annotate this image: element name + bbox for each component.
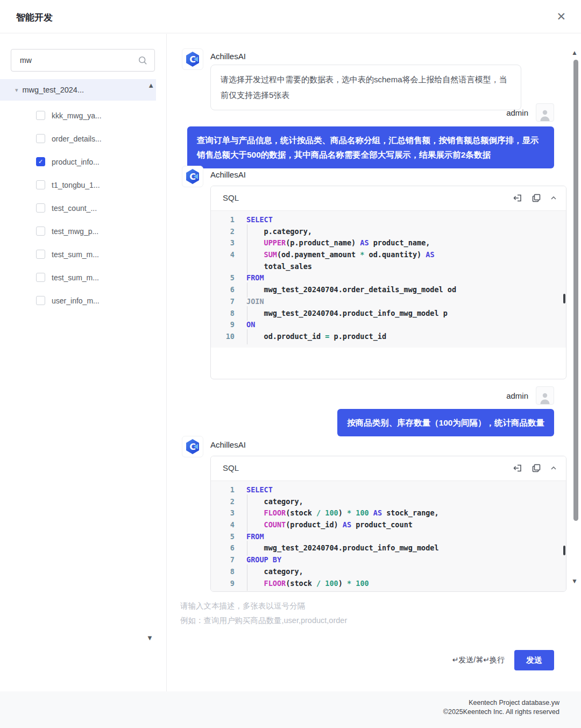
line-number: 8 bbox=[211, 308, 235, 320]
sidebar-item-table[interactable]: test_sum_m... bbox=[0, 243, 156, 266]
code-line: 1SELECT bbox=[211, 214, 566, 226]
chevron-down-icon[interactable]: ▾ bbox=[15, 87, 18, 94]
close-icon[interactable]: ✕ bbox=[556, 10, 566, 24]
page-footer: Keentech Project database.yw ©2025Keente… bbox=[0, 691, 581, 728]
scroll-up-icon[interactable]: ▲ bbox=[147, 81, 154, 89]
collapse-icon[interactable] bbox=[550, 464, 557, 472]
code-line: 7JOIN bbox=[211, 296, 566, 308]
collapse-icon[interactable] bbox=[550, 194, 557, 202]
line-number: 7 bbox=[211, 296, 235, 308]
code-line: 10 od.product_id = p.product_id bbox=[211, 331, 566, 343]
code-line: 1SELECT bbox=[211, 484, 566, 496]
code-line: 6 mwg_test_20240704.order_details_mwg_mo… bbox=[211, 284, 566, 296]
sidebar-item-table[interactable]: test_mwg_p... bbox=[0, 220, 156, 243]
scroll-up-icon[interactable]: ▲ bbox=[571, 49, 578, 56]
checkbox-unchecked[interactable] bbox=[36, 296, 45, 305]
chat-panel: C AchillesAI 请选择开发过程中需要的数据表，选中表的schema将会… bbox=[167, 34, 581, 691]
code-line: 5FROM bbox=[211, 272, 566, 284]
code-scrollbar-thumb[interactable] bbox=[563, 546, 565, 555]
search-input[interactable] bbox=[20, 50, 133, 71]
sidebar-item-table[interactable]: kkk_mwg_ya... bbox=[0, 104, 156, 127]
sql-card-header: SQL bbox=[211, 456, 566, 481]
send-row: ↵发送/⌘↵换行 发送 bbox=[452, 650, 554, 670]
table-name: user_info_m... bbox=[52, 296, 100, 305]
checkbox-unchecked[interactable] bbox=[36, 203, 45, 213]
line-number: 7 bbox=[211, 554, 235, 566]
code-line: 9 FLOOR(stock / 100) * 100 bbox=[211, 578, 566, 590]
dialog-header: 智能开发 ✕ bbox=[0, 0, 581, 33]
footer-project: Keentech Project database.yw bbox=[443, 698, 559, 708]
sql-card: SQL 1SELECT2 category,3 FLOOR(stock / 10… bbox=[210, 456, 566, 592]
message-input[interactable] bbox=[180, 599, 557, 635]
ai-message: 请选择开发过程中需要的数据表，选中表的schema将会上报给自然语言模型，当前仅… bbox=[210, 65, 521, 110]
code-editor[interactable]: 1SELECT2 p.category,3 UPPER(p.product_na… bbox=[211, 211, 566, 348]
table-name: test_sum_m... bbox=[52, 273, 99, 282]
scroll-down-icon[interactable]: ▼ bbox=[146, 634, 153, 642]
copy-icon[interactable] bbox=[532, 193, 541, 203]
sql-card-header: SQL bbox=[211, 186, 566, 211]
achillesai-logo-icon: C bbox=[186, 439, 200, 454]
sidebar-item-table[interactable]: ✓product_info... bbox=[0, 150, 156, 173]
ai-name: AchillesAI bbox=[210, 440, 246, 449]
checkbox-unchecked[interactable] bbox=[36, 227, 45, 236]
ai-name: AchillesAI bbox=[210, 52, 246, 61]
sidebar-item-table[interactable]: test_count_... bbox=[0, 196, 156, 220]
code-editor[interactable]: 1SELECT2 category,3 FLOOR(stock / 100) *… bbox=[211, 481, 566, 592]
code-line: 10ORDER BY bbox=[211, 589, 566, 592]
sql-card: SQL 1SELECT2 p.category,3 UPPER(p.produc… bbox=[210, 186, 566, 379]
sidebar-item-table[interactable]: t1_tongbu_1... bbox=[0, 173, 156, 196]
checkbox-unchecked[interactable] bbox=[36, 111, 45, 120]
line-number: 4 bbox=[211, 249, 235, 261]
line-number: 2 bbox=[211, 496, 235, 508]
scrollbar-thumb[interactable] bbox=[573, 60, 578, 521]
table-name: test_count_... bbox=[52, 204, 97, 213]
admin-name: admin bbox=[506, 391, 528, 400]
table-name: order_details... bbox=[52, 135, 102, 143]
line-number: 9 bbox=[211, 319, 235, 331]
table-name: t1_tongbu_1... bbox=[52, 181, 100, 189]
achillesai-logo-icon: C bbox=[186, 169, 200, 184]
sql-label: SQL bbox=[223, 193, 239, 202]
code-line: 8 mwg_test_20240704.product_info_mwg_mod… bbox=[211, 308, 566, 320]
code-line: 9ON bbox=[211, 319, 566, 331]
sidebar-item-table[interactable]: test_sum_m... bbox=[0, 266, 156, 289]
admin-name: admin bbox=[506, 108, 528, 117]
sidebar-item-table[interactable]: order_details... bbox=[0, 127, 156, 150]
checkbox-unchecked[interactable] bbox=[36, 273, 45, 282]
checkbox-unchecked[interactable] bbox=[36, 250, 45, 259]
achillesai-logo-icon: C bbox=[186, 52, 200, 67]
sidebar-item-table[interactable]: user_info_m... bbox=[0, 289, 156, 312]
footer-copyright: ©2025Keentech Inc. All rights reserved bbox=[443, 708, 559, 717]
code-line: 6 mwg_test_20240704.product_info_mwg_mod… bbox=[211, 542, 566, 554]
scroll-down-icon[interactable]: ▼ bbox=[571, 577, 578, 585]
code-line: 3 UPPER(p.product_name) AS product_name, bbox=[211, 237, 566, 249]
code-line: 2 category, bbox=[211, 496, 566, 508]
code-scrollbar-thumb[interactable] bbox=[563, 294, 565, 303]
sidebar-item-schema-root[interactable]: ▾ mwg_test_2024... bbox=[0, 79, 156, 101]
line-number: 1 bbox=[211, 484, 235, 496]
send-button[interactable]: 发送 bbox=[514, 650, 554, 670]
line-number: 5 bbox=[211, 272, 235, 284]
checkbox-unchecked[interactable] bbox=[36, 180, 45, 189]
code-line: 4 SUM(od.payment_amount * od.quantity) A… bbox=[211, 249, 566, 261]
table-sidebar: ▾ mwg_test_2024... ▲ kkk_mwg_ya...order_… bbox=[0, 34, 167, 691]
table-name: test_sum_m... bbox=[52, 250, 99, 259]
line-number: 1 bbox=[211, 214, 235, 226]
sql-label: SQL bbox=[223, 463, 239, 472]
copy-icon[interactable] bbox=[532, 463, 541, 473]
checkbox-unchecked[interactable] bbox=[36, 134, 45, 143]
line-number: 4 bbox=[211, 519, 235, 531]
page-title: 智能开发 bbox=[16, 11, 53, 24]
line-number: 6 bbox=[211, 542, 235, 554]
code-line: total_sales bbox=[211, 261, 566, 273]
admin-avatar bbox=[536, 386, 554, 405]
line-number: 3 bbox=[211, 507, 235, 519]
table-name: test_mwg_p... bbox=[52, 227, 98, 236]
line-number: 10 bbox=[211, 331, 235, 343]
insert-to-editor-icon[interactable] bbox=[513, 463, 523, 473]
insert-to-editor-icon[interactable] bbox=[513, 193, 523, 203]
send-hint: ↵发送/⌘↵换行 bbox=[452, 655, 505, 665]
line-number: 5 bbox=[211, 531, 235, 543]
table-name: product_info... bbox=[52, 158, 100, 166]
checkbox-checked[interactable]: ✓ bbox=[36, 157, 45, 166]
